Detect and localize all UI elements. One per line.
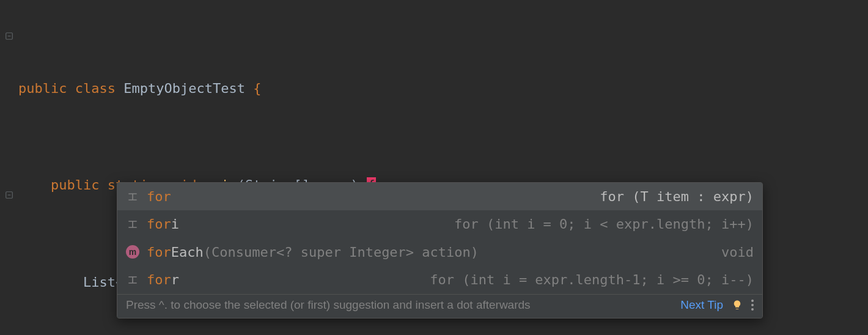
completion-item-fori[interactable]: fori for (int i = 0; i < expr.length; i+… bbox=[117, 210, 762, 238]
next-tip-link[interactable]: Next Tip bbox=[680, 298, 723, 312]
method-icon: m bbox=[126, 245, 139, 259]
type: List bbox=[83, 274, 116, 290]
code-editor[interactable]: public class EmptyObjectTest { public st… bbox=[0, 0, 868, 335]
completion-list[interactable]: for for (T item : expr) fori for (int i … bbox=[117, 183, 762, 294]
brace: { bbox=[253, 81, 261, 96]
completion-footer: Press ^. to choose the selected (or firs… bbox=[117, 294, 762, 318]
live-template-icon bbox=[126, 273, 139, 287]
completion-label: forr bbox=[147, 268, 179, 291]
completion-label: forEach(Consumer<? super Integer> action… bbox=[147, 241, 479, 263]
fold-icon[interactable] bbox=[4, 190, 15, 201]
lightbulb-icon[interactable] bbox=[732, 300, 743, 311]
svg-point-14 bbox=[751, 304, 754, 306]
completion-tail: void bbox=[721, 241, 754, 263]
svg-point-15 bbox=[751, 308, 754, 311]
completion-item-for[interactable]: for for (T item : expr) bbox=[117, 183, 762, 210]
completion-item-forr[interactable]: forr for (int i = expr.length-1; i >= 0;… bbox=[117, 266, 762, 293]
completion-tail: for (int i = expr.length-1; i >= 0; i--) bbox=[430, 268, 754, 291]
completion-item-foreach[interactable]: m forEach(Consumer<? super Integer> acti… bbox=[117, 238, 762, 266]
gutter bbox=[0, 0, 18, 335]
fold-icon[interactable] bbox=[4, 31, 15, 42]
keyword: public bbox=[18, 81, 67, 96]
class-name: EmptyObjectTest bbox=[123, 81, 245, 96]
live-template-icon bbox=[126, 218, 139, 231]
completion-tail: for (int i = 0; i < expr.length; i++) bbox=[454, 213, 754, 235]
svg-point-13 bbox=[751, 300, 754, 302]
completion-popup[interactable]: for for (T item : expr) fori for (int i … bbox=[117, 182, 763, 318]
completion-label: fori bbox=[147, 213, 179, 235]
more-icon[interactable] bbox=[751, 300, 754, 311]
completion-tail: for (T item : expr) bbox=[600, 185, 754, 208]
keyword: class bbox=[75, 81, 116, 96]
completion-label: for bbox=[147, 185, 171, 208]
live-template-icon bbox=[126, 190, 139, 204]
keyword: public bbox=[51, 177, 99, 193]
completion-hint: Press ^. to choose the selected (or firs… bbox=[126, 298, 531, 312]
code-line[interactable]: public class EmptyObjectTest { bbox=[18, 76, 868, 101]
